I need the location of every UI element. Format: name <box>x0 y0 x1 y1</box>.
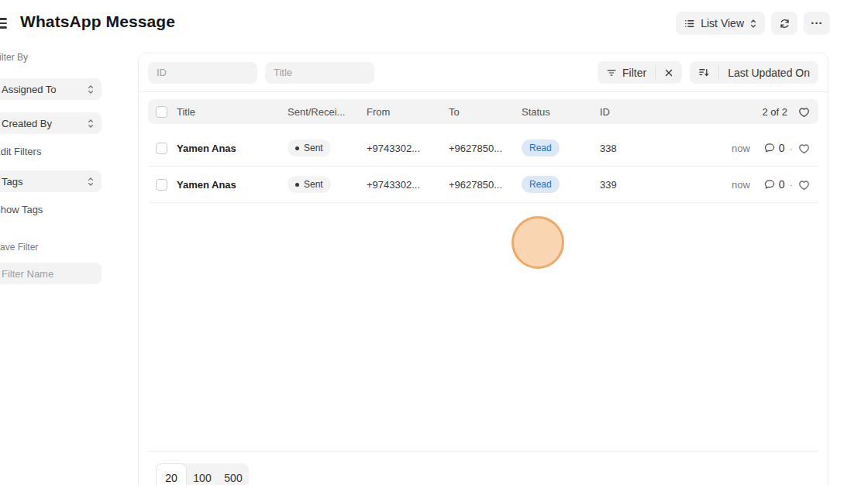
comment-count: 0 <box>779 142 785 154</box>
table-row[interactable]: Yamen Anas Sent +9743302... +9627850... … <box>148 130 818 167</box>
tags-label: Tags <box>2 176 22 187</box>
row-id-cell: 339 <box>600 179 685 191</box>
row-type-cell: Sent <box>288 176 367 193</box>
chevron-up-down-icon <box>87 177 95 187</box>
sidebar: Filter By Assigned To Created By Edit Fi… <box>0 46 102 284</box>
topbar: WhatsApp Message List View <box>0 0 868 46</box>
view-switcher-button[interactable]: List View <box>676 12 765 35</box>
row-select-cell <box>156 179 167 191</box>
sort-field-button[interactable]: Last Updated On <box>719 61 818 84</box>
comment-count: 0 <box>779 178 785 191</box>
row-id-cell: 338 <box>600 143 685 154</box>
close-icon <box>664 68 673 77</box>
list-area: Title Sent/Recei... From To Status ID 2 … <box>139 99 828 485</box>
like-heart-icon[interactable] <box>797 178 811 191</box>
column-status: Status <box>522 106 600 118</box>
list-footer: 20 100 500 <box>148 451 818 485</box>
column-type: Sent/Recei... <box>288 106 367 118</box>
chevron-up-down-icon <box>87 84 95 95</box>
created-by-dropdown[interactable]: Created By <box>0 112 102 134</box>
filter-bar: Filter Last Updated On <box>139 53 828 92</box>
header-meta: 2 of 2 <box>762 105 811 119</box>
chevron-up-down-icon <box>87 119 95 129</box>
filter-button-label: Filter <box>622 67 646 79</box>
ellipsis-icon: ... <box>811 16 823 24</box>
filter-name-input[interactable] <box>0 263 102 284</box>
chevron-up-down-icon <box>749 19 757 29</box>
sort-direction-button[interactable] <box>690 61 718 84</box>
status-dot-icon <box>295 183 299 187</box>
select-all-cell <box>156 106 167 118</box>
column-from: From <box>367 106 449 118</box>
filter-button[interactable]: Filter <box>598 61 655 84</box>
row-title-link[interactable]: Yamen Anas <box>177 143 288 154</box>
row-checkbox[interactable] <box>156 179 167 191</box>
row-status-cell: Read <box>522 176 600 193</box>
page-size-100[interactable]: 100 <box>187 463 218 485</box>
row-meta: now 0 · <box>732 178 811 191</box>
edit-filters-link[interactable]: Edit Filters <box>0 146 102 157</box>
app-window: WhatsApp Message List View <box>0 0 868 485</box>
sent-badge: Sent <box>288 176 331 193</box>
page-title: WhatsApp Message <box>20 12 175 31</box>
empty-space <box>148 203 818 451</box>
record-count: 2 of 2 <box>762 106 787 118</box>
show-tags-link[interactable]: Show Tags <box>0 204 102 215</box>
read-status-badge: Read <box>522 176 560 193</box>
comment-icon <box>763 142 776 154</box>
page-size-20[interactable]: 20 <box>156 463 187 485</box>
row-checkbox[interactable] <box>156 143 167 154</box>
quick-filters <box>148 62 374 84</box>
list-header-row: Title Sent/Recei... From To Status ID 2 … <box>148 99 818 124</box>
like-filter-heart-icon[interactable] <box>797 105 811 119</box>
like-heart-icon[interactable] <box>797 142 811 155</box>
row-from-cell: +9743302... <box>367 143 449 154</box>
clear-filter-button[interactable] <box>656 61 682 84</box>
comment-count-button[interactable]: 0 <box>763 142 785 154</box>
page-size-500[interactable]: 500 <box>218 463 249 485</box>
comment-count-button[interactable]: 0 <box>763 178 785 191</box>
sent-badge: Sent <box>288 139 331 157</box>
column-id: ID <box>600 106 685 118</box>
view-switcher-label: List View <box>701 17 744 29</box>
row-type-cell: Sent <box>288 139 367 157</box>
rows-container: Yamen Anas Sent +9743302... +9627850... … <box>148 130 818 203</box>
row-from-cell: +9743302... <box>367 179 449 191</box>
comment-icon <box>763 178 776 191</box>
assigned-to-dropdown[interactable]: Assigned To <box>0 78 102 100</box>
sort-field-label: Last Updated On <box>728 67 810 79</box>
read-status-badge: Read <box>522 139 560 157</box>
assigned-to-label: Assigned To <box>2 84 57 95</box>
tags-dropdown[interactable]: Tags <box>0 170 102 192</box>
hamburger-menu-icon[interactable] <box>0 15 9 31</box>
status-dot-icon <box>295 146 299 150</box>
row-select-cell <box>156 143 167 154</box>
id-filter-input[interactable] <box>148 62 257 84</box>
modified-timestamp: now <box>732 179 750 191</box>
meta-separator: · <box>790 143 793 154</box>
filter-button-group: Filter <box>598 61 682 84</box>
list-view-icon <box>684 18 695 29</box>
page-size-selector: 20 100 500 <box>156 463 249 485</box>
save-filter-label: Save Filter <box>0 242 102 253</box>
more-menu-button[interactable]: ... <box>804 12 830 35</box>
sort-icon <box>698 67 710 78</box>
refresh-icon <box>779 18 790 29</box>
filter-icon <box>606 67 617 78</box>
topbar-actions: List View ... <box>676 12 830 35</box>
row-meta: now 0 · <box>732 142 811 155</box>
created-by-label: Created By <box>2 118 52 129</box>
table-row[interactable]: Yamen Anas Sent +9743302... +9627850... … <box>148 167 818 203</box>
select-all-checkbox[interactable] <box>156 106 167 118</box>
meta-separator: · <box>790 179 793 191</box>
title-filter-input[interactable] <box>265 62 374 84</box>
column-title: Title <box>177 106 288 118</box>
row-title-link[interactable]: Yamen Anas <box>177 179 288 191</box>
sort-button-group: Last Updated On <box>690 61 818 84</box>
row-status-cell: Read <box>522 139 600 157</box>
refresh-button[interactable] <box>771 12 797 35</box>
row-to-cell: +9627850... <box>449 143 522 154</box>
row-to-cell: +9627850... <box>449 179 522 191</box>
column-to: To <box>449 106 522 118</box>
list-view-card: Filter Last Updated On <box>138 53 828 485</box>
